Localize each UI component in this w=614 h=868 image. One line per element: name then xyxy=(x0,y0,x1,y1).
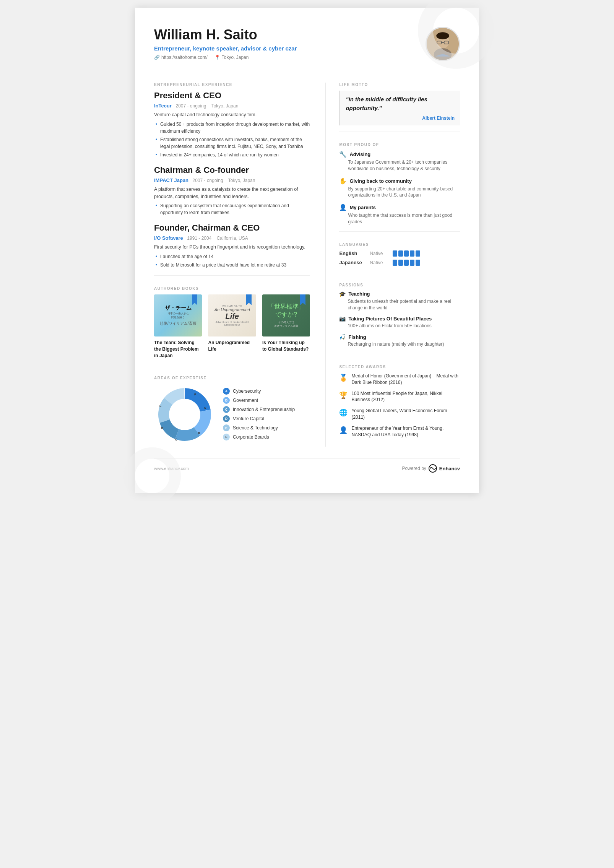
experience-3: Founder, Chairman & CEO I/O Software 199… xyxy=(154,223,310,268)
exp-3-meta: 1991 - 2004 California, USA xyxy=(187,236,248,241)
exp-3-bullet-1: Launched at the age of 14 xyxy=(155,253,310,260)
proud-2-heading: ✋ Giving back to community xyxy=(339,177,460,185)
exp-1-bullets: Guided 50 + products from inception thro… xyxy=(155,121,310,158)
divider-2 xyxy=(154,365,310,365)
lang-bar-1 xyxy=(393,250,397,257)
legend-label-E: Science & Technology xyxy=(233,425,278,431)
exp-3-company: I/O Software xyxy=(154,235,183,241)
award-3-text: Young Global Leaders, World Economic For… xyxy=(351,408,460,421)
title: Entrepreneur, keynote speaker, advisor &… xyxy=(154,45,297,52)
footer: www.enhancv.com Powered by Enhancv xyxy=(154,458,460,473)
main-content: ENTREPRENEURIAL EXPERIENCE President & C… xyxy=(154,83,460,447)
proud-2: ✋ Giving back to community By supporting… xyxy=(339,177,460,199)
book-1: ザ・チーム 日本の一番大きな問題を解く 想像/ワイリアム/斎藤 The Team… xyxy=(154,294,202,359)
header: William H. Saito Entrepreneur, keynote s… xyxy=(154,27,460,71)
award-2-icon: 🏆 xyxy=(339,391,348,403)
book-3-japanese-title: 「世界標準」ですか? xyxy=(268,303,305,319)
awards-label: SELECTED AWARDS xyxy=(339,365,460,369)
exp-3-bullet-2: Sold to Microsoft for a price that would… xyxy=(155,262,310,268)
footer-powered: Powered by Enhancv xyxy=(402,464,460,473)
exp-3-desc: First security for PCs through fingerpri… xyxy=(154,244,310,251)
book-2-sub: Adventures of an Accidental Entrepreneur xyxy=(212,321,252,326)
passion-fishing-heading: 🎣 Fishing xyxy=(339,334,460,340)
award-2: 🏆 100 Most Influential People for Japan,… xyxy=(339,390,460,403)
book-2-big: An Unprogrammed xyxy=(212,307,252,312)
advising-icon: 🔧 xyxy=(339,151,347,158)
book-1-sub: 日本の一番大きな問題を解く xyxy=(160,312,197,319)
award-4: 👤 Entrepreneur of the Year from Ernst & … xyxy=(339,425,460,438)
lang-japanese-name: Japanese xyxy=(339,260,370,265)
exp-3-title: Founder, Chairman & CEO xyxy=(154,223,310,233)
exp-3-bullets: Launched at the age of 14 Sold to Micros… xyxy=(155,253,310,268)
lang-japanese-level: Native xyxy=(370,260,393,265)
lang-bar-j3 xyxy=(404,260,409,266)
right-divider-4 xyxy=(339,354,460,354)
lang-bar-j1 xyxy=(393,260,397,266)
passion-teaching-title: Teaching xyxy=(348,291,370,297)
book-3-bookmark xyxy=(300,294,305,303)
svg-point-13 xyxy=(171,401,198,428)
book-3: 「世界標準」ですか? その考え方は著者ウィリアム斎藤 Is Your Think… xyxy=(262,294,310,359)
book-2-author: WILLIAM SAITO xyxy=(212,305,252,307)
expertise-section: F A B C D E A Cybersecurity B xyxy=(154,384,310,447)
resume-container: William H. Saito Entrepreneur, keynote s… xyxy=(135,8,479,493)
header-meta: 🔗 https://saitohome.com/ 📍 Tokyo, Japan xyxy=(154,55,297,60)
motto-text: "In the middle of difficulty lies opport… xyxy=(346,95,455,112)
motto-box: "In the middle of difficulty lies opport… xyxy=(339,91,460,125)
legend-circle-A: A xyxy=(223,388,230,395)
languages-label: LANGUAGES xyxy=(339,242,460,247)
right-divider-1 xyxy=(339,132,460,132)
experience-1: President & CEO InTecur 2007 - ongoing T… xyxy=(154,91,310,158)
right-divider-3 xyxy=(339,272,460,272)
svg-text:B: B xyxy=(198,431,200,434)
website[interactable]: 🔗 https://saitohome.com/ xyxy=(154,55,208,60)
passion-teaching: 🎓 Teaching Students to unleash their pot… xyxy=(339,291,460,311)
teaching-icon: 🎓 xyxy=(339,291,346,297)
award-1: 🏅 Medal of Honor (Government of Japan) –… xyxy=(339,373,460,386)
enhancv-icon xyxy=(429,464,437,473)
brand-name: Enhancv xyxy=(439,466,460,471)
svg-text:C: C xyxy=(175,438,177,441)
passion-photography-desc: 100+ albums on Flickr from 50+ locations xyxy=(339,323,460,329)
exp-1-meta: 2007 - ongoing Tokyo, Japan xyxy=(175,103,238,109)
book-1-japanese: ザ・チーム xyxy=(160,305,197,312)
lang-japanese-bars xyxy=(393,260,420,266)
right-column: LIFE MOTTO "In the middle of difficulty … xyxy=(325,83,460,447)
legend-label-A: Cybersecurity xyxy=(233,388,261,394)
lang-bar-3 xyxy=(404,250,409,257)
experience-2: Chairman & Co-founder IMPACT Japan 2007 … xyxy=(154,165,310,216)
award-3: 🌐 Young Global Leaders, World Economic F… xyxy=(339,408,460,421)
award-4-text: Entrepreneur of the Year from Ernst & Yo… xyxy=(351,425,460,438)
parents-icon: 👤 xyxy=(339,204,347,211)
motto-author: Albert Einstein xyxy=(346,115,455,121)
book-2-cover: WILLIAM SAITO An Unprogrammed Life Adven… xyxy=(208,294,256,336)
exp-2-desc: A platform that serves as a catalysts to… xyxy=(154,186,310,200)
lang-english-level: Native xyxy=(370,251,393,256)
proud-3-title: My parents xyxy=(349,205,376,210)
expertise-legend: A Cybersecurity B Government C Innovatio… xyxy=(223,388,310,443)
legend-circle-D: D xyxy=(223,415,230,422)
book-3-cover: 「世界標準」ですか? その考え方は著者ウィリアム斎藤 xyxy=(262,294,310,336)
books-row: ザ・チーム 日本の一番大きな問題を解く 想像/ワイリアム/斎藤 The Team… xyxy=(154,294,310,359)
location: 📍 Tokyo, Japan xyxy=(214,55,249,60)
exp-1-bullet-3: Invested in 24+ companies, 14 of which a… xyxy=(155,151,310,158)
book-1-inner: ザ・チーム 日本の一番大きな問題を解く 想像/ワイリアム/斎藤 xyxy=(157,302,200,329)
legend-label-F: Corporate Boards xyxy=(233,434,269,440)
lang-english-bars xyxy=(393,250,420,257)
camera-icon: 📷 xyxy=(339,315,346,322)
exp-2-company: IMPACT Japan xyxy=(154,177,188,183)
deco-bottom xyxy=(123,447,181,501)
legend-circle-E: E xyxy=(223,424,230,431)
expertise-label: AREAS OF EXPERTISE xyxy=(154,376,310,380)
lang-bar-j4 xyxy=(410,260,414,266)
book-2-life: Life xyxy=(212,312,252,321)
legend-A: A Cybersecurity xyxy=(223,388,310,395)
book-1-bookmark xyxy=(192,294,197,303)
legend-label-D: Venture Capital xyxy=(233,416,264,421)
legend-D: D Venture Capital xyxy=(223,415,310,422)
proud-1-title: Advising xyxy=(349,151,370,157)
proud-2-desc: By supporting 20+ charitable and communi… xyxy=(339,186,460,199)
award-3-icon: 🌐 xyxy=(339,408,348,421)
proud-3-heading: 👤 My parents xyxy=(339,204,460,211)
award-1-text: Medal of Honor (Government of Japan) – M… xyxy=(351,373,460,386)
